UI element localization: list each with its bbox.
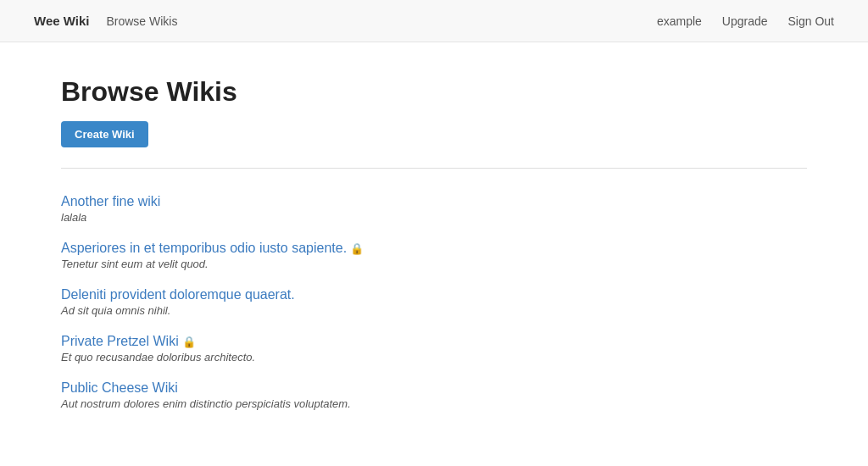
main-content: Browse Wikis Create Wiki Another fine wi…	[27, 42, 841, 452]
wiki-item: Public Cheese WikiAut nostrum dolores en…	[61, 372, 807, 419]
page-title: Browse Wikis	[61, 76, 807, 108]
nav-brand[interactable]: Wee Wiki	[34, 14, 89, 28]
lock-icon: 🔒	[182, 336, 196, 348]
wiki-description: lalala	[61, 211, 807, 224]
wiki-title[interactable]: Private Pretzel Wiki	[61, 334, 179, 348]
wiki-list: Another fine wikilalalaAsperiores in et …	[61, 186, 807, 419]
wiki-description: Aut nostrum dolores enim distinctio pers…	[61, 397, 807, 410]
navbar: Wee Wiki Browse Wikis example Upgrade Si…	[0, 0, 868, 42]
wiki-title[interactable]: Deleniti provident doloremque quaerat.	[61, 287, 295, 302]
nav-link-upgrade[interactable]: Upgrade	[722, 14, 768, 28]
wiki-item: Deleniti provident doloremque quaerat.Ad…	[61, 279, 807, 325]
wiki-description: Tenetur sint eum at velit quod.	[61, 258, 807, 270]
nav-link-example[interactable]: example	[657, 14, 702, 28]
nav-current-page[interactable]: Browse Wikis	[106, 14, 177, 28]
wiki-title[interactable]: Another fine wiki	[61, 194, 160, 208]
divider	[61, 168, 807, 169]
wiki-title[interactable]: Public Cheese Wiki	[61, 380, 178, 395]
wiki-description: Ad sit quia omnis nihil.	[61, 304, 807, 317]
wiki-item: Private Pretzel Wiki🔒Et quo recusandae d…	[61, 325, 807, 372]
wiki-title[interactable]: Asperiores in et temporibus odio iusto s…	[61, 241, 347, 255]
wiki-item: Asperiores in et temporibus odio iusto s…	[61, 232, 807, 279]
nav-link-signout[interactable]: Sign Out	[788, 14, 834, 28]
nav-right: example Upgrade Sign Out	[657, 14, 834, 28]
wiki-description: Et quo recusandae doloribus architecto.	[61, 351, 807, 363]
lock-icon: 🔒	[350, 242, 364, 255]
create-wiki-button[interactable]: Create Wiki	[61, 121, 148, 147]
wiki-item: Another fine wikilalala	[61, 186, 807, 232]
